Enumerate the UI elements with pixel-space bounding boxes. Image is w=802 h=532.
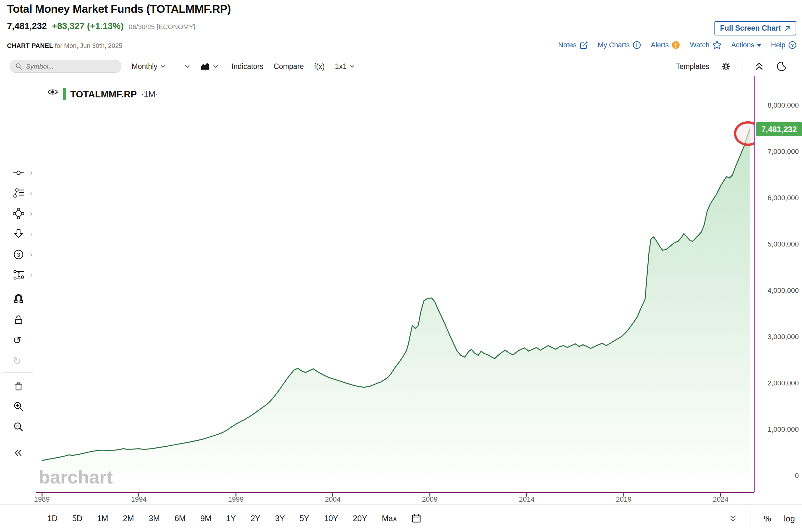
y-axis-label: 0 [754,472,799,480]
arrow-tool[interactable]: › [0,227,36,241]
zoom-out-button[interactable] [0,420,36,434]
magnet-tool[interactable]: › [0,292,36,307]
log-scale-toggle[interactable]: log [784,514,795,524]
range-button-max[interactable]: Max [382,514,397,523]
measure-tool[interactable]: › [0,268,36,282]
rail-divider [3,440,33,440]
star-icon [712,40,722,50]
chevron-down-icon [185,65,190,68]
chevron-down-icon [350,65,355,68]
circle-plus-icon [632,41,641,50]
x-axis-label: 2004 [325,495,341,504]
quote-row: 7,481,232 +83,327 (+1.13%) 06/30/25 [ECO… [7,21,195,31]
range-button-5y[interactable]: 5Y [299,514,309,523]
last-price-tag: 7,481,232 [756,122,802,136]
x-axis[interactable]: 19891994199920042009201420192024 [36,492,754,504]
y-axis-label: 1,000,000 [754,425,799,434]
svg-text:3: 3 [17,252,20,258]
page-title: Total Money Market Funds (TOTALMMF.RP) [7,3,231,15]
range-button-9m[interactable]: 9M [200,514,211,523]
series-symbol: TOTALMMF.RP [70,89,137,100]
series-color-bar [63,88,66,100]
range-button-1m[interactable]: 1M [97,514,108,523]
zoom-in-button[interactable] [0,400,36,414]
dark-mode-toggle[interactable] [776,60,788,73]
arrow-up-right-icon [784,25,790,32]
y-axis[interactable]: 7,481,232 8,000,0007,000,0006,000,0005,0… [754,76,802,492]
collapse-toolbar-button[interactable] [754,61,765,72]
y-axis-label: 7,000,000 [754,148,799,156]
chevron-right-icon[interactable]: › [30,169,33,176]
alerts-link[interactable]: Alerts [651,41,680,50]
double-chevron-left-icon [13,447,24,459]
crosshair-tool[interactable]: › [0,166,36,180]
frequency-dropdown[interactable]: Monthly [132,62,166,71]
calendar-icon[interactable] [412,513,421,524]
chevron-right-icon[interactable]: › [30,230,33,238]
drawing-tool-rail: › › › › [0,76,36,504]
range-button-6m[interactable]: 6M [174,514,186,523]
help-link[interactable]: Help ? [771,41,797,50]
range-button-1d[interactable]: 1D [47,514,57,523]
templates-button[interactable]: Templates [676,62,709,71]
y-axis-label: 3,000,000 [754,333,799,341]
price-chart[interactable] [36,76,754,492]
settings-button[interactable] [720,61,732,72]
toolbar-right: Templates [676,60,788,73]
unlock-tool[interactable]: › [0,313,36,327]
zoom-in-icon [13,401,24,413]
range-button-3m[interactable]: 3M [149,514,160,523]
last-point-highlight-circle [735,122,754,145]
range-button-20y[interactable]: 20Y [353,514,367,523]
area-chart-type-icon [200,62,210,71]
chevron-right-icon[interactable]: › [30,189,33,197]
wave-count-tool[interactable]: 3 › [0,247,36,262]
range-button-10y[interactable]: 10Y [324,514,338,523]
x-axis-label: 2019 [616,495,632,504]
compare-button[interactable]: Compare [274,62,304,71]
indicators-button[interactable]: Indicators [232,62,264,71]
percent-scale-toggle[interactable]: % [764,514,771,524]
undo-button[interactable]: ↺ [0,334,36,347]
watch-link[interactable]: Watch [690,40,722,50]
delete-drawings-button[interactable] [0,379,36,394]
chevron-down-icon [213,65,218,68]
actions-link[interactable]: Actions [731,41,761,49]
range-button-5d[interactable]: 5D [72,514,82,523]
rail-divider [3,289,33,289]
chart-type-dropdown[interactable] [200,62,218,71]
range-button-3y[interactable]: 3Y [275,514,285,523]
shapes-tool[interactable]: › [0,207,36,221]
range-toolbar: 1D 5D 1M 2M 3M 6M 9M 1Y 2Y 3Y 5Y 10Y 20Y… [0,504,802,532]
gear-icon [720,61,732,72]
full-screen-chart-button[interactable]: Full Screen Chart [714,21,796,35]
chevron-right-icon[interactable]: › [30,210,33,217]
notes-icon [579,41,588,50]
annotation-tool[interactable]: › [0,186,36,200]
range-button-2m[interactable]: 2M [123,514,134,523]
aggregation-dropdown[interactable] [185,65,190,68]
panel-subtitle-row: CHART PANEL for Mon, Jun 30th, 2025 [7,42,123,50]
y-axis-label: 5,000,000 [754,240,799,248]
grid-layout-dropdown[interactable]: 1x1 [335,62,355,71]
range-button-2y[interactable]: 2Y [250,514,260,523]
double-chevron-down-icon[interactable] [728,514,738,524]
my-charts-link[interactable]: My Charts [598,41,641,50]
chevron-right-icon[interactable]: › [30,271,33,279]
y-axis-label: 6,000,000 [754,194,799,202]
alerts-label: Alerts [651,41,669,49]
header: Total Money Market Funds (TOTALMMF.RP) 7… [0,0,802,57]
range-button-1y[interactable]: 1Y [226,514,236,523]
eye-icon[interactable] [47,88,58,96]
fx-button[interactable]: f(x) [314,62,324,71]
chart-toolbar: Symbol... Monthly Indicators Compare [0,57,802,76]
y-axis-label: 4,000,000 [754,286,799,295]
barchart-watermark: barchart [39,466,113,488]
chevron-right-icon[interactable]: › [30,251,33,258]
symbol-search-input[interactable]: Symbol... [10,60,122,73]
redo-button[interactable]: ↻ [0,354,36,368]
chart-plot-area[interactable]: ··· TOTALMMF.RP ·1M· barchart [36,76,754,492]
notes-link[interactable]: Notes [558,41,588,50]
collapse-rail-button[interactable] [0,446,36,460]
shapes-tool-icon [13,208,24,220]
